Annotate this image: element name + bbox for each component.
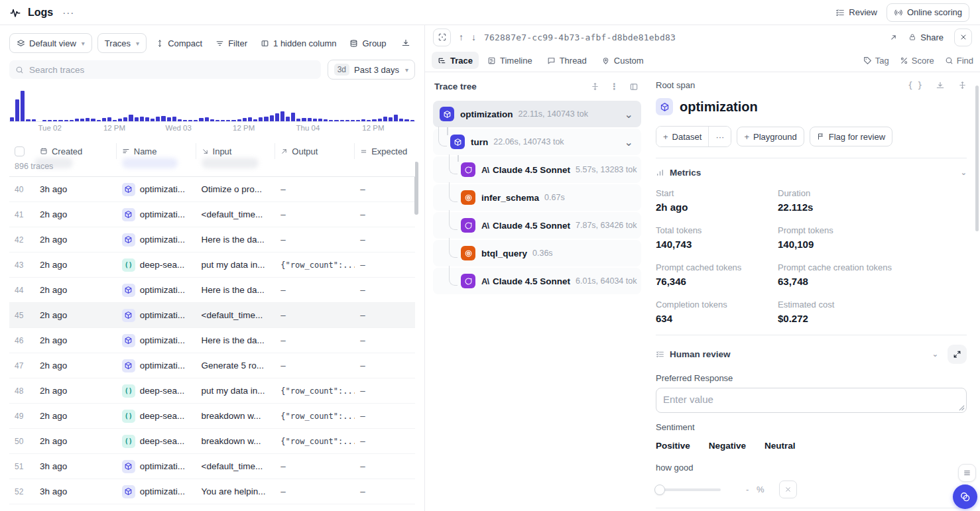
histogram-bar: [264, 117, 268, 121]
table-row[interactable]: 462h agooptimizati...Here is the da...––: [9, 328, 415, 353]
tag-button[interactable]: Tag: [863, 56, 889, 66]
download-icon: [401, 38, 410, 48]
column-header-input[interactable]: Input: [196, 143, 276, 159]
export-button[interactable]: [397, 33, 414, 53]
page-menu-button[interactable]: ···: [60, 7, 77, 18]
expand-review-button[interactable]: [948, 345, 967, 364]
open-in-new-icon[interactable]: [889, 33, 898, 42]
time-range-button[interactable]: 3d Past 3 days ▾: [328, 60, 415, 80]
table-row[interactable]: 472h agooptimizati...Generate 5 ro...––: [9, 353, 415, 378]
view-selector-button[interactable]: Default view ▾: [9, 33, 92, 53]
detail-scrollbar[interactable]: [975, 85, 979, 231]
column-header-expected[interactable]: Expected: [355, 143, 415, 159]
histogram-bar: [21, 91, 25, 121]
next-trace-button[interactable]: ↓: [471, 32, 476, 42]
tab-timeline[interactable]: Timeline: [481, 52, 538, 69]
view-json-button[interactable]: { }: [908, 81, 922, 90]
span-duration-tokens: 7.87s, 63426 tok: [576, 221, 637, 230]
resize-panel-icon[interactable]: [958, 81, 967, 89]
trace-tree-title: Trace tree: [434, 82, 477, 91]
histogram-bar: [280, 111, 284, 121]
histogram-bar: [188, 120, 192, 121]
chevron-down-icon[interactable]: ⌄: [625, 136, 633, 148]
select-all-checkbox[interactable]: [15, 146, 25, 156]
metrics-section-header[interactable]: Metrics ⌄: [656, 168, 967, 178]
range-badge: 3d: [334, 64, 349, 76]
table-row[interactable]: 523h agooptimizati...You are helpin...––: [9, 479, 415, 504]
group-button[interactable]: Group: [345, 33, 390, 53]
table-row[interactable]: 412h agooptimizati...<default_time...––: [9, 202, 415, 227]
find-button[interactable]: Find: [945, 56, 973, 66]
compact-toggle-button[interactable]: Compact: [152, 33, 206, 53]
score-button[interactable]: Score: [900, 56, 934, 66]
tree-node-btql-query[interactable]: btql_query0.36s: [433, 240, 641, 266]
download-icon[interactable]: [936, 81, 945, 90]
search-traces-box[interactable]: [9, 60, 321, 79]
brand-fab-button[interactable]: [953, 484, 977, 509]
llm-span-icon: [461, 162, 475, 177]
more-menu-icon[interactable]: ⋮: [610, 82, 619, 91]
optimization-task-icon: [122, 485, 135, 498]
review-button[interactable]: Review: [835, 7, 877, 17]
flag-for-review-button[interactable]: Flag for review: [810, 127, 892, 146]
metric-duration: Duration22.112s: [778, 188, 967, 213]
previous-trace-button[interactable]: ↑: [459, 32, 463, 42]
online-scoring-button[interactable]: Online scoring: [887, 3, 969, 22]
dataset-more-button[interactable]: ···: [709, 127, 731, 146]
table-row[interactable]: 482h ago()deep-sea...put my data in...{"…: [9, 378, 415, 404]
search-traces-input[interactable]: [29, 65, 315, 75]
table-row[interactable]: 502h ago()deep-sea...breakdown w...{"row…: [9, 429, 415, 454]
histogram-bar: [340, 120, 344, 121]
table-row[interactable]: 432h ago()deep-sea...put my data in...{"…: [9, 253, 415, 278]
trace-volume-histogram[interactable]: Tue 0212 PMWed 0312 PMThu 0412 PM: [9, 89, 415, 134]
table-row[interactable]: 442h agooptimizati...Here is the da...––: [9, 278, 415, 303]
anthropic-logo-icon: A\: [481, 221, 489, 231]
expected-cell: –: [355, 436, 415, 446]
column-header-output[interactable]: Output: [275, 143, 355, 159]
tree-node-optimization[interactable]: optimization22.11s, 140743 tok⌄: [433, 101, 641, 127]
expand-all-icon[interactable]: [591, 82, 599, 91]
focus-span-button[interactable]: [433, 28, 451, 46]
preferred-response-input[interactable]: [656, 388, 967, 413]
panel-toggle-icon[interactable]: [629, 82, 639, 91]
sentiment-positive-button[interactable]: Positive: [656, 441, 690, 451]
tree-node-turn[interactable]: turn22.06s, 140743 tok⌄: [433, 129, 641, 155]
histogram-bar: [10, 117, 14, 121]
tree-node-claude-4-5-sonnet[interactable]: A\Claude 4.5 Sonnet5.57s, 13283 tok: [433, 156, 641, 183]
feedback-menu-button[interactable]: [958, 464, 976, 482]
sentiment-negative-button[interactable]: Negative: [709, 441, 746, 451]
add-to-playground-button[interactable]: + Playground: [737, 127, 804, 146]
tab-thread[interactable]: Thread: [541, 52, 593, 69]
how-good-slider[interactable]: [656, 488, 721, 491]
chevron-down-icon[interactable]: ⌄: [932, 350, 938, 359]
chevron-down-icon[interactable]: ⌄: [625, 108, 633, 121]
close-panel-button[interactable]: [954, 28, 972, 46]
filter-button[interactable]: Filter: [212, 33, 251, 53]
trace-tree-list: optimization22.11s, 140743 tok⌄turn22.06…: [433, 101, 641, 294]
histogram-bar: [151, 119, 154, 121]
slider-handle[interactable]: [654, 484, 665, 495]
chevron-down-icon[interactable]: ⌄: [961, 168, 967, 177]
histogram-bar: [167, 117, 171, 121]
sentiment-neutral-button[interactable]: Neutral: [765, 441, 796, 451]
table-row[interactable]: 422h agooptimizati...Here is the da...––: [9, 227, 415, 253]
tree-node-claude-4-5-sonnet[interactable]: A\Claude 4.5 Sonnet6.01s, 64034 tok: [433, 268, 641, 294]
histogram-bar: [253, 119, 257, 121]
metric-value: 2h ago: [656, 201, 778, 213]
tab-custom[interactable]: Custom: [595, 52, 650, 69]
add-to-dataset-button[interactable]: + Dataset: [656, 127, 708, 146]
table-row[interactable]: 452h agooptimizati...<default_time...––: [9, 303, 415, 328]
table-row[interactable]: 492h ago()deep-sea...breakdown w...{"row…: [9, 404, 415, 429]
table-row[interactable]: 513h agooptimizati...<default_time...––: [9, 454, 415, 479]
clear-score-button[interactable]: [779, 481, 797, 498]
table-row[interactable]: 403h agooptimizati...Otimize o pro...––: [9, 177, 415, 202]
tree-node-claude-4-5-sonnet[interactable]: A\Claude 4.5 Sonnet7.87s, 63426 tok: [433, 212, 641, 239]
human-review-section-header[interactable]: Human review ⌄: [656, 345, 967, 364]
column-header-name[interactable]: Name: [117, 143, 196, 159]
column-header-created[interactable]: Created: [34, 143, 117, 159]
hidden-columns-button[interactable]: 1 hidden column: [257, 33, 340, 53]
tab-trace[interactable]: Trace: [432, 52, 479, 69]
tree-node-infer-schema[interactable]: infer_schema0.67s: [433, 184, 641, 211]
mode-selector-button[interactable]: Traces ▾: [97, 33, 147, 53]
share-button[interactable]: Share: [908, 32, 944, 42]
